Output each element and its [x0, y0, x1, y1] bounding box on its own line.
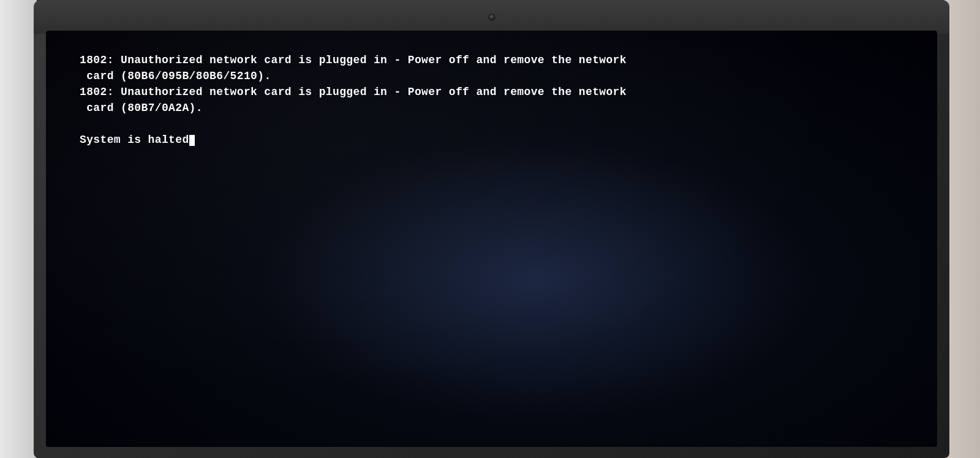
background-left — [0, 0, 37, 458]
terminal-line-4: card (80B7/0A2A). — [80, 100, 919, 116]
monitor-top-bar — [34, 0, 949, 34]
terminal-content: 1802: Unauthorized network card is plugg… — [80, 52, 919, 148]
webcam-camera — [488, 13, 496, 21]
photo-frame: 1802: Unauthorized network card is plugg… — [0, 0, 980, 458]
terminal-line-1: 1802: Unauthorized network card is plugg… — [80, 52, 919, 68]
terminal-cursor — [189, 135, 195, 146]
terminal-blank-line — [80, 116, 919, 132]
monitor-screen: 1802: Unauthorized network card is plugg… — [46, 31, 937, 447]
webcam-indicator-left — [480, 13, 482, 16]
webcam-indicator-right — [502, 13, 504, 16]
terminal-line-halted: System is halted — [80, 132, 919, 148]
monitor-bezel: 1802: Unauthorized network card is plugg… — [34, 0, 949, 458]
terminal-line-2: card (80B6/095B/80B6/5210). — [80, 68, 919, 84]
terminal-line-3: 1802: Unauthorized network card is plugg… — [80, 84, 919, 100]
